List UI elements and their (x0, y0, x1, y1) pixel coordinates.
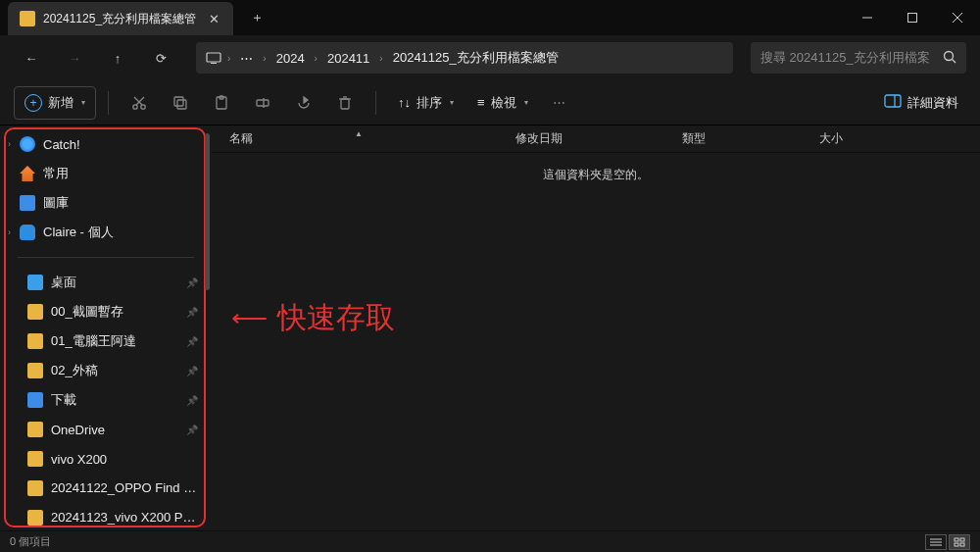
sort-icon: ↑↓ (398, 95, 411, 110)
pc-icon[interactable] (206, 52, 221, 64)
svg-point-6 (945, 51, 954, 60)
chevron-right-icon: › (373, 53, 388, 64)
breadcrumb[interactable]: › ⋯ › 2024 › 202411 › 20241125_充分利用檔案總管 (196, 42, 733, 74)
sort-label: 排序 (416, 94, 442, 112)
view-icon: ≡ (477, 95, 485, 110)
close-button[interactable] (935, 0, 980, 35)
sidebar-item-label: Claire - 個人 (43, 224, 198, 241)
annotation-callout: ⟵ 快速存取 (231, 298, 395, 338)
sidebar-item-label: 01_電腦王阿達 (51, 332, 178, 350)
share-icon[interactable] (285, 86, 322, 120)
column-size[interactable]: 大小 (809, 130, 907, 147)
close-tab-icon[interactable]: ✕ (206, 11, 221, 26)
pin-icon: 📌 (186, 366, 198, 376)
forward-button[interactable]: → (57, 40, 92, 75)
svg-rect-21 (885, 95, 901, 107)
sidebar-item[interactable]: ›Claire - 個人 (6, 218, 206, 247)
sidebar-item[interactable]: vivo X200 (6, 444, 206, 474)
view-details-toggle[interactable] (925, 534, 947, 550)
divider (108, 91, 109, 115)
refresh-button[interactable]: ⟳ (143, 40, 178, 75)
folder-icon (20, 11, 35, 26)
breadcrumb-seg[interactable]: 2024 (272, 51, 309, 66)
column-headers: ▲ 名稱 修改日期 類型 大小 (212, 125, 980, 153)
copy-icon[interactable] (162, 86, 199, 120)
svg-rect-13 (177, 100, 186, 109)
folder-icon (27, 363, 43, 378)
sidebar-item-label: 常用 (43, 165, 198, 182)
sort-asc-icon: ▲ (355, 129, 363, 138)
breadcrumb-seg[interactable]: 20241125_充分利用檔案總管 (389, 49, 563, 67)
up-button[interactable]: ↑ (100, 40, 135, 75)
breadcrumb-more[interactable]: ⋯ (236, 51, 257, 66)
catch-icon (20, 136, 35, 152)
paste-icon[interactable] (203, 86, 240, 120)
sidebar-item[interactable]: 常用 (6, 159, 206, 188)
folder-icon (27, 510, 43, 526)
sidebar-item[interactable]: 下載📌 (6, 385, 206, 415)
details-button[interactable]: 詳細資料 (876, 86, 966, 120)
svg-rect-12 (174, 97, 183, 106)
chevron-right-icon: › (8, 227, 11, 237)
sidebar-item[interactable]: 20241123_vivo X200 Pro 長 (6, 503, 206, 530)
desktop-icon (27, 275, 43, 290)
new-button[interactable]: + 新增 ▾ (14, 86, 96, 120)
sidebar-item[interactable]: 桌面📌 (6, 268, 206, 297)
svg-rect-29 (960, 543, 964, 546)
more-button[interactable]: ⋯ (542, 86, 579, 120)
column-date[interactable]: 修改日期 (506, 130, 672, 147)
navbar: ← → ↑ ⟳ › ⋯ › 2024 › 202411 › 20241125_充… (0, 35, 980, 80)
folder-icon (27, 333, 43, 349)
chevron-right-icon: › (221, 53, 236, 64)
statusbar: 0 個項目 (0, 530, 980, 552)
sidebar-item-label: 桌面 (51, 274, 178, 291)
column-type[interactable]: 類型 (672, 130, 809, 147)
sort-button[interactable]: ↑↓ 排序 ▾ (388, 86, 464, 120)
empty-folder-message: 這個資料夾是空的。 (212, 153, 980, 197)
search-input[interactable]: 搜尋 20241125_充分利用檔案 (751, 42, 966, 74)
rename-icon[interactable] (244, 86, 281, 120)
sidebar: ›Catch!常用圖庫›Claire - 個人 桌面📌00_截圖暫存📌01_電腦… (0, 125, 212, 530)
sidebar-item[interactable]: 01_電腦王阿達📌 (6, 326, 206, 356)
new-label: 新增 (48, 94, 74, 112)
cut-icon[interactable] (121, 86, 158, 120)
arrow-left-icon: ⟵ (231, 303, 268, 333)
chevron-down-icon: ▾ (450, 98, 454, 107)
folder-icon (27, 304, 43, 320)
home-icon (20, 166, 35, 181)
pin-icon: 📌 (186, 395, 198, 406)
sidebar-item[interactable]: 20241122_OPPO Find X8 系 (6, 474, 206, 503)
minimize-button[interactable] (845, 0, 890, 35)
details-label: 詳細資料 (907, 94, 958, 112)
divider (18, 257, 194, 258)
sidebar-item-label: 20241123_vivo X200 Pro 長 (51, 509, 198, 527)
item-count: 0 個項目 (10, 534, 51, 549)
back-button[interactable]: ← (14, 40, 49, 75)
maximize-button[interactable] (890, 0, 935, 35)
sidebar-item[interactable]: 02_外稿📌 (6, 356, 206, 385)
search-placeholder: 搜尋 20241125_充分利用檔案 (760, 49, 943, 67)
view-button[interactable]: ≡ 檢視 ▾ (467, 86, 538, 120)
svg-rect-28 (955, 543, 958, 546)
tab-active[interactable]: 20241125_充分利用檔案總管 ✕ (8, 2, 233, 35)
column-name[interactable]: ▲ 名稱 (212, 130, 506, 147)
chevron-down-icon: ▾ (81, 98, 85, 107)
new-tab-button[interactable]: ＋ (241, 2, 272, 33)
annotation-text: 快速存取 (277, 298, 395, 338)
sidebar-item-label: 02_外稿 (51, 362, 178, 379)
pin-icon: 📌 (186, 277, 198, 288)
sidebar-item-label: vivo X200 (51, 452, 198, 467)
chevron-right-icon: › (257, 53, 271, 64)
window-controls (845, 0, 980, 35)
details-pane-icon (884, 94, 902, 111)
sidebar-item[interactable]: ›Catch! (6, 129, 206, 159)
sidebar-item[interactable]: 圖庫 (6, 188, 206, 218)
delete-icon[interactable] (326, 86, 364, 120)
sidebar-item[interactable]: OneDrive📌 (6, 415, 206, 444)
view-icons-toggle[interactable] (949, 534, 970, 550)
sidebar-item[interactable]: 00_截圖暫存📌 (6, 297, 206, 326)
pin-icon: 📌 (186, 336, 198, 347)
breadcrumb-seg[interactable]: 202411 (323, 51, 373, 66)
folder-icon (27, 451, 43, 467)
divider (375, 91, 376, 115)
